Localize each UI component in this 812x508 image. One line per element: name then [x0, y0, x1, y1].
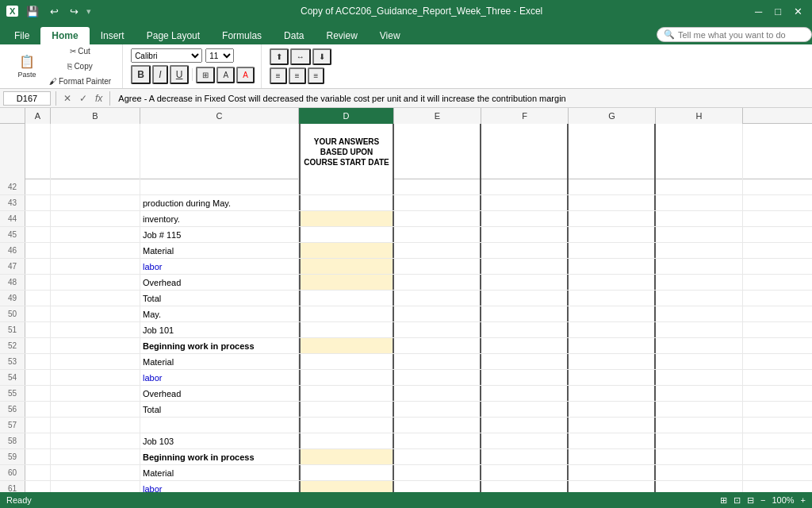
cell-A[interactable] [25, 275, 51, 290]
cell-H[interactable] [656, 449, 743, 464]
tab-data[interactable]: Data [273, 27, 315, 44]
cell-E[interactable] [394, 211, 481, 226]
cell-E[interactable] [394, 291, 481, 306]
cell-B[interactable] [51, 386, 140, 401]
minimize-button[interactable]: ─ [752, 4, 765, 19]
cell-B[interactable] [51, 481, 140, 492]
cell-A[interactable] [25, 243, 51, 258]
cell-G[interactable] [569, 195, 656, 210]
cell-E[interactable] [394, 322, 481, 337]
cell-A[interactable] [25, 433, 51, 448]
cell-F[interactable] [481, 481, 569, 492]
cell-A[interactable] [25, 306, 51, 321]
cell-E[interactable] [394, 386, 481, 401]
border-button[interactable]: ⊞ [196, 67, 215, 83]
cell-F[interactable] [481, 259, 569, 274]
cell-B[interactable] [51, 370, 140, 385]
cell-F[interactable] [481, 275, 569, 290]
cell-E[interactable] [394, 179, 481, 194]
cell-H[interactable] [656, 275, 743, 290]
cell-A[interactable] [25, 338, 51, 353]
col-header-G[interactable]: G [569, 108, 656, 124]
cell-F[interactable] [481, 370, 569, 385]
cell-B[interactable] [51, 449, 140, 464]
cell-H[interactable] [656, 195, 743, 210]
cell-H[interactable] [656, 211, 743, 226]
cell-B[interactable] [51, 275, 140, 290]
view-page-break-icon[interactable]: ⊟ [747, 495, 754, 506]
cell-E[interactable] [394, 433, 481, 448]
cell-H[interactable] [656, 179, 743, 194]
cell-F[interactable] [481, 195, 569, 210]
cell-reference-input[interactable] [3, 91, 51, 106]
copy-button[interactable]: ⎘ Copy [44, 60, 116, 73]
cell-B[interactable] [51, 418, 140, 433]
align-top-button[interactable]: ⬆ [270, 48, 289, 65]
cell-F[interactable] [481, 433, 569, 448]
cell-G[interactable] [569, 465, 656, 480]
cell-H[interactable] [656, 338, 743, 353]
zoom-in-icon[interactable]: + [801, 495, 806, 505]
cell-G[interactable] [569, 306, 656, 321]
cell-H[interactable] [656, 402, 743, 417]
cell-A[interactable] [25, 386, 51, 401]
cell-B[interactable] [51, 306, 140, 321]
cell-D[interactable] [299, 322, 394, 337]
font-family-select[interactable]: Calibri [131, 48, 202, 63]
cell-B[interactable] [51, 338, 140, 353]
cell-A[interactable] [25, 179, 51, 194]
col-header-E[interactable]: E [394, 108, 481, 124]
underline-button[interactable]: U [170, 65, 190, 84]
cell-G[interactable] [569, 211, 656, 226]
cell-B[interactable] [51, 354, 140, 369]
cell-F[interactable] [481, 322, 569, 337]
cell-F[interactable] [481, 338, 569, 353]
cell-A[interactable] [25, 195, 51, 210]
cell-E[interactable] [394, 465, 481, 480]
cell-E[interactable] [394, 354, 481, 369]
cell-header-B[interactable] [51, 124, 140, 179]
cell-F[interactable] [481, 291, 569, 306]
cell-D[interactable] [299, 275, 394, 290]
cancel-formula-icon[interactable]: ✕ [61, 93, 74, 104]
cell-C[interactable]: Beginning work in process [140, 338, 299, 353]
cell-G[interactable] [569, 386, 656, 401]
cell-C[interactable]: Material [140, 465, 299, 480]
cell-C[interactable]: Material [140, 243, 299, 258]
cell-H[interactable] [656, 354, 743, 369]
col-header-H[interactable]: H [656, 108, 743, 124]
cell-F[interactable] [481, 227, 569, 242]
cell-B[interactable] [51, 211, 140, 226]
cell-A[interactable] [25, 465, 51, 480]
tab-file[interactable]: File [3, 27, 40, 44]
paste-button[interactable]: 📋 Paste [13, 52, 41, 81]
cell-F[interactable] [481, 418, 569, 433]
cell-G[interactable] [569, 402, 656, 417]
cell-B[interactable] [51, 243, 140, 258]
cell-E[interactable] [394, 195, 481, 210]
align-middle-button[interactable]: ↔ [290, 48, 311, 65]
cell-B[interactable] [51, 179, 140, 194]
cell-G[interactable] [569, 227, 656, 242]
col-header-C[interactable]: C [140, 108, 299, 124]
col-header-A[interactable]: A [25, 108, 51, 124]
cell-E[interactable] [394, 449, 481, 464]
cell-C[interactable]: Material [140, 354, 299, 369]
cell-D[interactable] [299, 418, 394, 433]
cell-A[interactable] [25, 211, 51, 226]
cell-C[interactable]: Job # 115 [140, 227, 299, 242]
cell-H[interactable] [656, 433, 743, 448]
cell-D[interactable] [299, 243, 394, 258]
cell-H[interactable] [656, 243, 743, 258]
cell-D[interactable] [299, 227, 394, 242]
cell-C[interactable]: Total [140, 402, 299, 417]
cell-C[interactable]: Total [140, 291, 299, 306]
cell-D[interactable] [299, 433, 394, 448]
cell-header-C[interactable] [140, 124, 299, 179]
cell-header-E[interactable] [394, 124, 481, 179]
cell-C[interactable]: inventory. [140, 211, 299, 226]
cell-G[interactable] [569, 243, 656, 258]
cell-G[interactable] [569, 370, 656, 385]
cell-E[interactable] [394, 402, 481, 417]
cell-C[interactable]: Job 103 [140, 433, 299, 448]
